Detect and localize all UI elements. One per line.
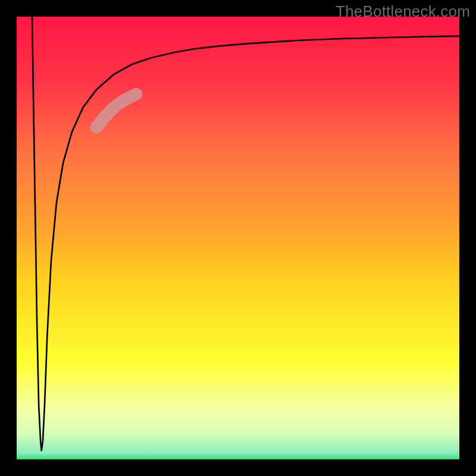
- plot-background: [17, 17, 459, 459]
- watermark-text: TheBottleneck.com: [336, 2, 470, 21]
- chart-svg: [0, 0, 476, 476]
- chart-container: TheBottleneck.com: [0, 0, 476, 476]
